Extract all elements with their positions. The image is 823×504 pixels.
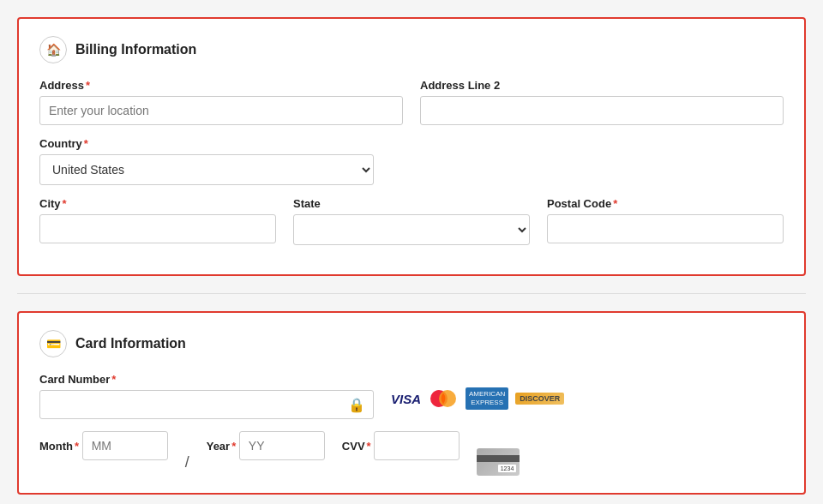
section-divider bbox=[17, 293, 806, 294]
address2-group: Address Line 2 bbox=[420, 79, 784, 125]
card-number-group: Card Number* 🔒 bbox=[39, 373, 374, 419]
billing-header: 🏠 Billing Information bbox=[39, 36, 784, 63]
month-input[interactable] bbox=[82, 431, 168, 460]
card-number-label: Card Number* bbox=[39, 373, 374, 386]
mastercard-logo bbox=[428, 389, 459, 408]
address-row: Address* Address Line 2 bbox=[39, 79, 784, 125]
page-container: 🏠 Billing Information Address* Address L… bbox=[17, 17, 806, 504]
month-required: * bbox=[75, 440, 79, 453]
amex-logo: AMERICAN EXPRESS bbox=[466, 387, 508, 411]
state-select[interactable] bbox=[293, 214, 530, 245]
year-input[interactable] bbox=[239, 431, 325, 460]
postal-input[interactable] bbox=[547, 214, 784, 243]
card-logos: VISA AMERICAN EXPRESS DISCOVER bbox=[391, 373, 564, 419]
city-label: City* bbox=[39, 197, 276, 210]
year-label: Year* bbox=[207, 440, 239, 453]
year-required: * bbox=[231, 440, 236, 453]
postal-group: Postal Code* bbox=[547, 197, 784, 245]
address-required: * bbox=[86, 79, 90, 92]
cvv-mag-strip bbox=[477, 455, 520, 462]
country-label: Country* bbox=[39, 137, 374, 150]
slash-separator: / bbox=[185, 431, 189, 471]
address-input[interactable] bbox=[39, 96, 403, 125]
card-section: 💳 Card Information Card Number* 🔒 VISA bbox=[17, 311, 806, 495]
card-number-required: * bbox=[111, 373, 116, 386]
postal-required: * bbox=[613, 197, 617, 210]
expiry-cvv-row: Month* / Year* CVV* bbox=[39, 431, 784, 476]
credit-card-icon: 💳 bbox=[46, 337, 61, 351]
cvv-card-image: 1234 bbox=[477, 448, 520, 476]
billing-title: Billing Information bbox=[75, 42, 196, 57]
billing-section: 🏠 Billing Information Address* Address L… bbox=[17, 17, 806, 276]
lock-icon: 🔒 bbox=[348, 397, 365, 413]
visa-logo: VISA bbox=[391, 392, 421, 406]
state-label: State bbox=[293, 197, 530, 210]
postal-label: Postal Code* bbox=[547, 197, 784, 210]
city-state-postal-row: City* State Postal Code* bbox=[39, 197, 784, 245]
cvv-label: CVV* bbox=[342, 440, 374, 453]
month-group: Month* bbox=[39, 431, 168, 460]
cvv-input[interactable] bbox=[374, 431, 460, 460]
card-number-wrapper: 🔒 bbox=[39, 390, 374, 419]
card-number-input[interactable] bbox=[39, 390, 374, 419]
address2-input[interactable] bbox=[420, 96, 784, 125]
discover-logo: DISCOVER bbox=[515, 393, 564, 405]
month-label: Month* bbox=[39, 440, 82, 453]
country-group: Country* United States Canada United Kin… bbox=[39, 137, 374, 185]
country-row: Country* United States Canada United Kin… bbox=[39, 137, 784, 185]
card-section-title: Card Information bbox=[75, 336, 186, 351]
cvv-required: * bbox=[367, 440, 371, 453]
city-input[interactable] bbox=[39, 214, 276, 243]
city-group: City* bbox=[39, 197, 276, 245]
address-label: Address* bbox=[39, 79, 403, 92]
year-group: Year* bbox=[207, 431, 325, 460]
card-number-row: Card Number* 🔒 VISA AMERICAN bbox=[39, 373, 784, 419]
home-icon: 🏠 bbox=[46, 43, 61, 57]
country-required: * bbox=[84, 137, 88, 150]
state-group: State bbox=[293, 197, 530, 245]
cvv-illustration: 1234 bbox=[477, 431, 520, 476]
city-required: * bbox=[63, 197, 67, 210]
address2-label: Address Line 2 bbox=[420, 79, 784, 92]
cvv-group: CVV* bbox=[342, 431, 460, 460]
country-select[interactable]: United States Canada United Kingdom Aust… bbox=[39, 154, 374, 185]
cvv-number-area: 1234 bbox=[498, 465, 517, 472]
card-header: 💳 Card Information bbox=[39, 330, 784, 357]
address-group: Address* bbox=[39, 79, 403, 125]
billing-icon: 🏠 bbox=[39, 36, 67, 63]
card-section-icon: 💳 bbox=[39, 330, 67, 357]
